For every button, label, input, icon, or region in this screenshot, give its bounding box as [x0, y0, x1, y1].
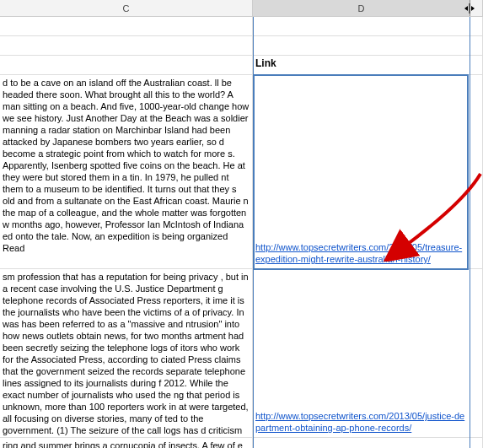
column-header-e[interactable] [470, 0, 483, 16]
cell[interactable] [470, 438, 483, 448]
table-row: sm profession that has a reputation for … [0, 269, 483, 438]
table-row [0, 36, 483, 56]
cell[interactable] [470, 269, 483, 437]
column-header-d[interactable]: D [253, 0, 470, 16]
column-header-row: C D [0, 0, 483, 17]
table-row: d to be a cave on an island off the Aust… [0, 75, 483, 269]
column-header-d-label: D [358, 3, 365, 13]
spreadsheet-viewport: C D Link d [0, 0, 483, 448]
cell-link-header[interactable]: Link [253, 56, 470, 74]
link-column-label: Link [255, 57, 276, 69]
svg-marker-1 [464, 6, 468, 11]
cell[interactable] [470, 17, 483, 35]
column-header-c[interactable]: C [0, 0, 253, 16]
cell[interactable] [0, 17, 253, 35]
cell-body[interactable]: d to be a cave on an island off the Aust… [0, 75, 253, 268]
grid-body: Link d to be a cave on an island off the… [0, 17, 483, 448]
cell-link[interactable] [253, 438, 470, 448]
table-row: Link [0, 56, 483, 75]
cell[interactable] [0, 56, 253, 74]
cell[interactable] [253, 36, 470, 55]
article-link[interactable]: http://www.topsecretwriters.com/2013/05/… [255, 242, 462, 264]
cell[interactable] [470, 56, 483, 74]
cell[interactable] [470, 75, 483, 268]
article-link[interactable]: http://www.topsecretwriters.com/2013/05/… [255, 411, 464, 433]
cell-link[interactable]: http://www.topsecretwriters.com/2013/05/… [253, 269, 470, 437]
cell[interactable] [470, 36, 483, 55]
cell-body[interactable]: sm profession that has a reputation for … [0, 269, 253, 437]
table-row: ring and summer brings a cornucopia of i… [0, 438, 483, 448]
cell-body[interactable]: ring and summer brings a cornucopia of i… [0, 438, 253, 448]
cell[interactable] [253, 17, 470, 35]
table-row [0, 17, 483, 36]
cell-link[interactable]: http://www.topsecretwriters.com/2013/05/… [253, 75, 470, 268]
cell[interactable] [0, 36, 253, 55]
